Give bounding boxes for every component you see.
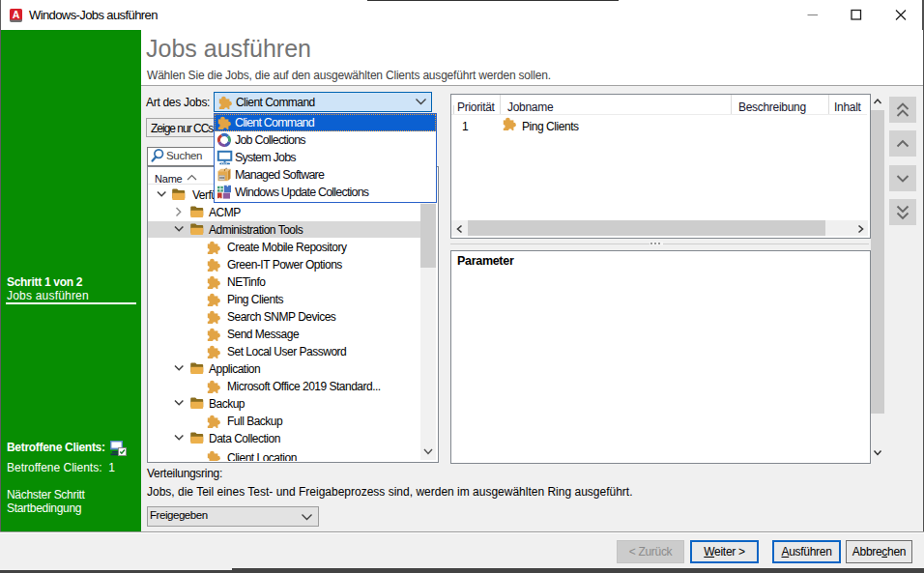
svg-text:A: A bbox=[13, 9, 20, 20]
